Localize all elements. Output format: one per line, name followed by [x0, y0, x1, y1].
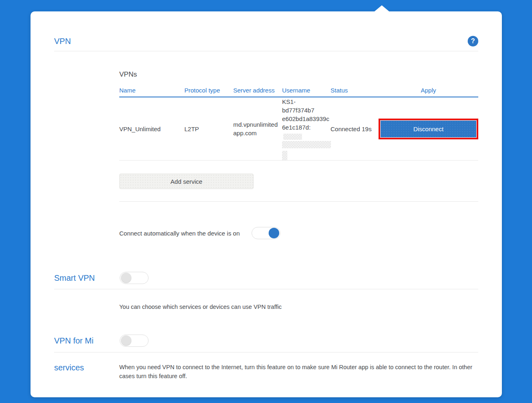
redacted-block	[282, 151, 287, 160]
section-divider	[54, 289, 478, 289]
vpn-for-mi-services-row: services When you need VPN to connect to…	[54, 363, 478, 381]
auto-connect-toggle[interactable]	[252, 227, 280, 239]
username-line: e602bd1a83939c	[282, 115, 327, 123]
header-divider	[54, 51, 478, 51]
vpn-name-cell: VPN_Unlimited	[119, 125, 184, 133]
vpn-for-mi-row: VPN for Mi	[54, 335, 478, 347]
username-cell: KS1-bd77f374b7 e602bd1a83939c 6e1c187d:	[282, 97, 331, 160]
table-row: VPN_Unlimited L2TP md.vpnunlimitedapp.co…	[119, 97, 478, 161]
help-icon[interactable]: ?	[468, 36, 478, 46]
column-header-server: Server address	[233, 87, 282, 97]
section-divider	[119, 201, 478, 202]
smart-vpn-description: You can choose which services or devices…	[119, 303, 478, 311]
status-cell: Connected 19s	[331, 125, 379, 133]
smart-vpn-row: Smart VPN	[54, 272, 478, 284]
column-header-apply: Apply	[379, 87, 478, 97]
smart-vpn-label: Smart VPN	[54, 273, 120, 283]
column-header-status: Status	[331, 87, 379, 97]
settings-panel: VPN ? VPNs Name Protocol type Server add…	[31, 11, 502, 397]
toggle-knob	[121, 273, 131, 283]
apply-cell: Disconnect	[379, 119, 478, 139]
smart-vpn-toggle[interactable]	[120, 272, 149, 284]
username-line: 6e1c187d:	[282, 123, 327, 140]
auto-connect-label: Connect automatically when the device is…	[119, 230, 240, 237]
column-header-protocol: Protocol type	[184, 87, 233, 97]
section-divider	[54, 352, 478, 352]
card-pointer-notch	[374, 5, 389, 11]
highlight-annotation: Disconnect	[379, 119, 478, 139]
vpn-for-mi-description: When you need VPN to connect to the Inte…	[119, 363, 478, 381]
panel-header: VPN ?	[54, 35, 478, 47]
vpn-table-header-row: Name Protocol type Server address Userna…	[119, 87, 478, 97]
server-address-cell: md.vpnunlimitedapp.com	[233, 120, 282, 137]
redacted-block	[282, 141, 331, 148]
protocol-cell: L2TP	[184, 125, 233, 133]
disconnect-button[interactable]: Disconnect	[381, 121, 476, 137]
vpn-for-mi-toggle[interactable]	[120, 335, 149, 347]
vpns-section-heading: VPNs	[119, 70, 478, 79]
page-title: VPN	[54, 37, 71, 46]
auto-connect-row: Connect automatically when the device is…	[119, 227, 478, 239]
column-header-name: Name	[119, 87, 184, 97]
add-service-button[interactable]: Add service	[119, 174, 254, 189]
column-header-username: Username	[282, 87, 331, 97]
vpn-table: Name Protocol type Server address Userna…	[119, 87, 478, 161]
toggle-knob	[269, 228, 279, 238]
username-line: KS1-bd77f374b7	[282, 97, 327, 115]
toggle-knob	[121, 335, 131, 346]
vpn-for-mi-label: VPN for Mi	[54, 336, 120, 346]
vpn-for-mi-label-line2: services	[54, 363, 119, 372]
redacted-block	[283, 134, 302, 140]
